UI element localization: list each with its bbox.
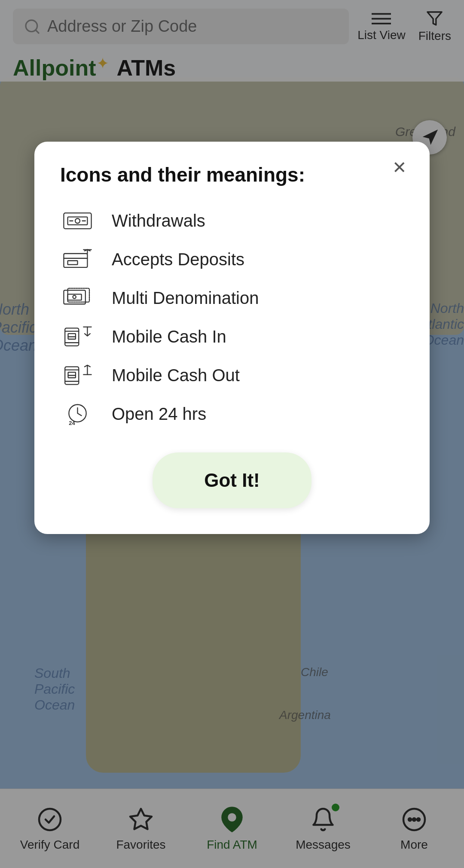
got-it-button[interactable]: Got It! [153,452,311,508]
svg-rect-14 [67,261,77,264]
list-item: Mobile Cash In [60,324,404,349]
list-item: Accepts Deposits [60,246,404,272]
mobile-cash-in-icon [60,324,95,349]
list-item: Withdrawals [60,208,404,234]
mobile-cash-out-icon [60,362,95,388]
mobile-cash-out-label: Mobile Cash Out [112,366,240,385]
withdrawals-label: Withdrawals [112,211,205,231]
accepts-deposits-icon [60,246,95,272]
list-item: Mobile Cash Out [60,362,404,388]
list-item: 24 Open 24 hrs [60,401,404,427]
modal-title: Icons and their meanings: [60,163,404,186]
multi-denomination-icon [60,285,95,311]
withdrawals-icon [60,208,95,234]
icons-modal: ✕ Icons and their meanings: Withdrawals [34,142,430,534]
multi-denomination-label: Multi Denomination [112,288,259,308]
accepts-deposits-label: Accepts Deposits [112,250,244,269]
mobile-cash-in-label: Mobile Cash In [112,327,226,346]
svg-point-19 [73,295,76,298]
modal-close-button[interactable]: ✕ [387,155,412,180]
list-item: Multi Denomination [60,285,404,311]
open-24hrs-icon: 24 [60,401,95,427]
svg-point-9 [75,219,80,223]
svg-text:24: 24 [69,420,75,426]
icon-list: Withdrawals Accepts Deposits [60,208,404,427]
open-24hrs-label: Open 24 hrs [112,404,206,424]
